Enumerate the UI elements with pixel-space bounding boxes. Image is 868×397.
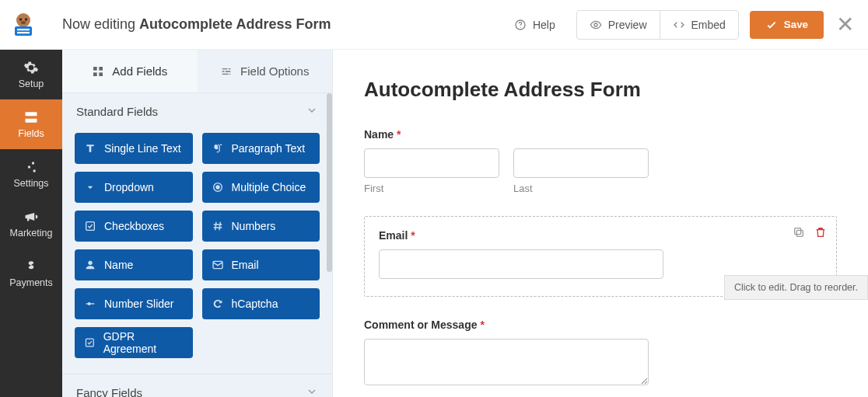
field-hcaptcha[interactable]: hCaptcha	[202, 288, 320, 319]
svg-rect-17	[93, 72, 97, 76]
embed-button[interactable]: Embed	[660, 11, 738, 39]
field-name[interactable]: Name	[75, 249, 193, 280]
field-multiple-choice[interactable]: Multiple Choice	[202, 172, 320, 203]
last-sublabel: Last	[513, 183, 649, 194]
panel-scrollbar[interactable]	[327, 93, 332, 272]
preview-button[interactable]: Preview	[577, 11, 660, 39]
nav-payments-label: Payments	[9, 277, 53, 288]
svg-rect-27	[795, 228, 801, 235]
preview-title: Autocomplete Address Form	[364, 78, 837, 102]
svg-rect-21	[86, 222, 95, 231]
nav-setup-label: Setup	[19, 78, 44, 89]
svg-point-2	[25, 18, 27, 20]
email-input[interactable]	[379, 249, 663, 279]
field-label: GDPR Agreement	[103, 330, 184, 355]
field-email[interactable]: Email	[202, 249, 320, 280]
paragraph-icon	[212, 142, 224, 155]
svg-rect-25	[86, 339, 93, 347]
comment-label: Comment or Message *	[364, 319, 837, 331]
close-icon: ✕	[836, 12, 854, 37]
tab-field-options[interactable]: Field Options	[198, 50, 333, 93]
nav-fields[interactable]: Fields	[0, 99, 62, 149]
check-icon	[765, 19, 778, 31]
field-label: Dropdown	[104, 181, 154, 193]
field-label: Name	[104, 259, 133, 271]
svg-point-3	[21, 21, 26, 24]
first-name-input[interactable]	[364, 148, 499, 178]
form-preview: Autocomplete Address Form Name * First L…	[333, 50, 868, 397]
section-fancy-fields[interactable]: Fancy Fields	[76, 385, 318, 397]
fancy-fields-label: Fancy Fields	[76, 386, 142, 397]
nav-setup[interactable]: Setup	[0, 50, 62, 99]
field-numbers[interactable]: Numbers	[202, 211, 320, 242]
svg-point-22	[88, 261, 92, 265]
last-name-input[interactable]	[513, 148, 649, 178]
panel-tabs: Add Fields Field Options	[62, 50, 332, 93]
field-label: Paragraph Text	[232, 142, 306, 155]
field-label: hCaptcha	[232, 298, 278, 310]
svg-rect-4	[15, 26, 32, 36]
svg-point-1	[19, 18, 22, 20]
duplicate-icon[interactable]	[793, 226, 805, 239]
close-button[interactable]: ✕	[831, 14, 859, 36]
trash-icon[interactable]	[814, 226, 827, 239]
nav-fields-label: Fields	[18, 128, 44, 139]
field-label: Single Line Text	[104, 142, 181, 155]
svg-rect-6	[17, 32, 30, 33]
tab-add-fields[interactable]: Add Fields	[62, 50, 198, 93]
section-standard-fields[interactable]: Standard Fields	[76, 104, 318, 127]
editing-prefix: Now editing	[62, 16, 139, 32]
svg-point-12	[32, 162, 34, 164]
nav-marketing-label: Marketing	[10, 228, 53, 239]
svg-rect-15	[93, 67, 97, 71]
svg-point-8	[520, 26, 520, 27]
svg-point-13	[28, 165, 30, 168]
radio-icon	[212, 181, 224, 193]
field-dropdown[interactable]: Dropdown	[75, 172, 193, 203]
hash-icon	[212, 220, 224, 232]
nav-payments[interactable]: Payments	[0, 249, 62, 298]
caret-down-icon	[84, 181, 96, 193]
field-gdpr-agreement[interactable]: GDPR Agreement	[75, 327, 193, 358]
tab-options-label: Field Options	[240, 64, 309, 78]
field-name-block[interactable]: Name * First Last	[364, 128, 837, 194]
nav-settings[interactable]: Settings	[0, 149, 62, 199]
field-paragraph-text[interactable]: Paragraph Text	[202, 133, 320, 164]
comment-textarea[interactable]	[364, 339, 649, 385]
app-logo	[8, 9, 39, 40]
help-button[interactable]: Help	[501, 11, 569, 39]
standard-fields-label: Standard Fields	[76, 105, 158, 118]
field-number-slider[interactable]: Number Slider	[75, 288, 193, 319]
envelope-icon	[212, 259, 224, 271]
svg-rect-18	[100, 72, 103, 76]
svg-rect-10	[26, 112, 37, 116]
text-icon	[84, 142, 96, 155]
chevron-down-icon	[306, 385, 318, 397]
save-label: Save	[784, 19, 808, 30]
field-label: Numbers	[232, 220, 276, 232]
refresh-icon	[212, 298, 224, 310]
field-single-line-text[interactable]: Single Line Text	[75, 133, 193, 164]
required-asterisk: *	[397, 128, 401, 141]
form-name: Autocomplete Address Form	[139, 16, 331, 32]
field-comment-block[interactable]: Comment or Message *	[364, 319, 837, 388]
required-asterisk: *	[480, 319, 484, 331]
svg-point-9	[594, 23, 597, 26]
nav-marketing[interactable]: Marketing	[0, 199, 62, 249]
check-square-icon	[84, 336, 96, 349]
bullhorn-icon	[23, 209, 39, 225]
email-label: Email *	[379, 229, 822, 242]
tab-add-label: Add Fields	[112, 64, 167, 78]
preview-embed-group: Preview Embed	[576, 10, 739, 40]
fields-panel: Add Fields Field Options Standard Fields…	[62, 50, 333, 397]
reorder-tip: Click to edit. Drag to reorder.	[724, 275, 868, 300]
user-icon	[84, 259, 96, 271]
save-button[interactable]: Save	[750, 11, 824, 39]
embed-label: Embed	[691, 19, 726, 31]
field-label: Multiple Choice	[232, 181, 306, 193]
field-label: Checkboxes	[104, 220, 164, 232]
code-icon	[673, 19, 685, 31]
chevron-down-icon	[306, 104, 318, 119]
editing-text: Now editing Autocomplete Address Form	[62, 16, 331, 33]
field-checkboxes[interactable]: Checkboxes	[75, 211, 193, 242]
